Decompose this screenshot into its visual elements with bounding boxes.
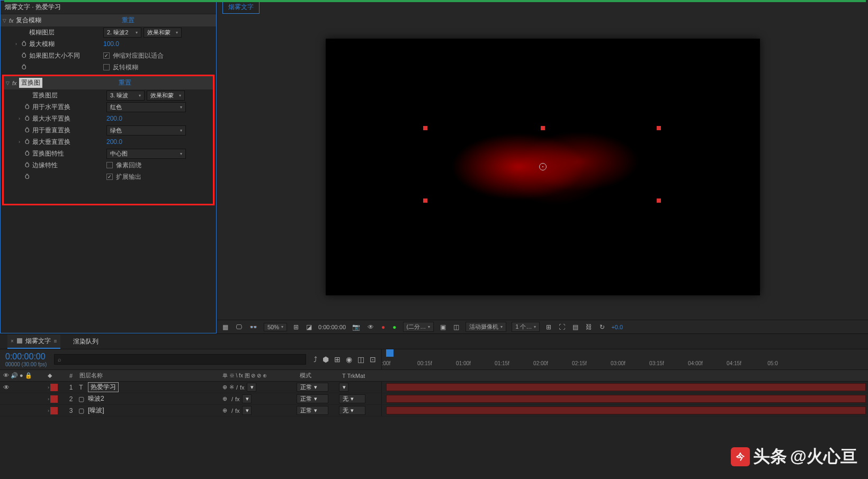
label-color[interactable] <box>50 407 58 414</box>
grid-icon[interactable]: ⊞ <box>292 323 300 331</box>
transparency-icon[interactable]: ◫ <box>452 323 460 331</box>
timeline-tab[interactable]: × 烟雾文字 ≡ <box>7 335 60 349</box>
collapse-icon[interactable]: ▽ <box>6 80 11 86</box>
mask-icon[interactable]: 👓 <box>248 323 258 331</box>
monitor-icon[interactable]: 🖵 <box>235 323 243 331</box>
stopwatch-icon[interactable]: Ŏ <box>25 162 32 168</box>
expand-icon[interactable]: › <box>48 408 49 413</box>
dropdown[interactable]: ▾ <box>247 383 256 392</box>
layer-name[interactable]: [噪波] <box>88 406 104 415</box>
effect-header[interactable]: ▽ fx 复合模糊 重置 <box>1 14 216 26</box>
dropdown[interactable]: 中心图▾ <box>106 149 186 159</box>
timeline-tab[interactable]: 渲染队列 <box>70 335 102 348</box>
layer-row[interactable]: 👁 › 1 T热爱学习 ⊕※/fx▾ 正常▾ ▾ <box>0 382 868 393</box>
color-icon[interactable]: ● <box>380 323 386 331</box>
layer-name[interactable]: 热爱学习 <box>88 382 119 392</box>
expand-icon[interactable]: › <box>48 396 49 402</box>
channels-icon[interactable]: ▦ <box>221 323 229 331</box>
selection-handle[interactable] <box>541 126 545 130</box>
effect-header[interactable]: ▽ fx 置换图 重置 <box>4 76 213 89</box>
layer-name[interactable]: 噪波2 <box>88 394 104 403</box>
stopwatch-icon[interactable]: Ŏ <box>25 115 32 122</box>
exposure-value[interactable]: +0.0 <box>611 324 623 330</box>
reset-link[interactable]: 重置 <box>119 78 131 87</box>
mode-dropdown[interactable]: 正常▾ <box>297 394 328 403</box>
checkbox[interactable]: ✓ <box>106 174 113 180</box>
selection-handle[interactable] <box>657 126 661 130</box>
value[interactable]: 200.0 <box>106 115 122 122</box>
expand-icon[interactable]: › <box>48 385 49 390</box>
comp-viewer[interactable] <box>217 14 868 320</box>
eye-icon[interactable]: 👁 <box>3 384 11 391</box>
checkbox[interactable] <box>106 162 113 168</box>
layer-row[interactable]: › 3 ▢[噪波] ⊕/fx▾ 正常▾ 无▾ <box>0 405 868 417</box>
dropdown[interactable]: ▾ <box>242 394 252 403</box>
stopwatch-icon[interactable]: Ŏ <box>25 104 32 110</box>
reset-link[interactable]: 重置 <box>122 16 135 25</box>
stopwatch-icon[interactable]: Ŏ <box>22 41 29 47</box>
tool-icon[interactable]: ⊞ <box>545 323 552 331</box>
value[interactable]: 200.0 <box>106 138 122 146</box>
label-color[interactable] <box>50 384 58 391</box>
anchor-point-icon[interactable] <box>539 163 547 170</box>
tool-icon[interactable]: ⛓ <box>585 323 593 331</box>
layer-row[interactable]: › 2 ▢噪波2 ⊕/fx▾ 正常▾ 无▾ <box>0 393 868 405</box>
layer-duration-bar[interactable] <box>386 383 866 391</box>
dropdown[interactable]: 效果和蒙▾ <box>144 28 182 38</box>
camera-dropdown[interactable]: 活动摄像机▾ <box>466 322 506 332</box>
graph-icon[interactable]: ◫ <box>357 355 364 364</box>
search-input[interactable] <box>54 354 306 365</box>
tool-icon[interactable]: ⛶ <box>558 323 566 331</box>
show-snapshot-icon[interactable]: 👁 <box>366 323 375 331</box>
close-icon[interactable]: × <box>11 338 14 344</box>
collapse-icon[interactable]: ▽ <box>3 18 8 23</box>
stopwatch-icon[interactable]: Ŏ <box>22 52 29 59</box>
shy-icon[interactable]: ⤴ <box>314 355 317 364</box>
draft-icon[interactable]: ⊡ <box>370 355 376 364</box>
views-dropdown[interactable]: 1 个…▾ <box>512 322 540 332</box>
stopwatch-icon[interactable]: Ŏ <box>22 64 29 70</box>
snapshot-icon[interactable]: 📷 <box>351 323 361 331</box>
3d-icon[interactable]: ⬢ <box>323 355 329 364</box>
selection-handle[interactable] <box>657 198 661 203</box>
current-time[interactable]: 0:00:00:00 <box>5 352 47 361</box>
stopwatch-icon[interactable]: Ŏ <box>25 127 32 133</box>
selection-handle[interactable] <box>423 126 427 130</box>
frame-blend-icon[interactable]: ⊞ <box>334 355 341 364</box>
dropdown[interactable]: ▾ <box>339 383 348 392</box>
layer-duration-bar[interactable] <box>386 395 866 403</box>
time-ruler[interactable]: :00f00:15f01:00f01:15f02:00f02:15f03:00f… <box>381 349 868 369</box>
safe-zone-icon[interactable]: ◪ <box>305 323 313 331</box>
stopwatch-icon[interactable]: Ŏ <box>25 139 32 145</box>
label-color[interactable] <box>50 395 58 403</box>
stopwatch-icon[interactable]: Ŏ <box>25 150 32 157</box>
reset-exposure-icon[interactable]: ↻ <box>598 323 606 331</box>
trkmat-dropdown[interactable]: 无▾ <box>339 406 365 415</box>
selection-handle[interactable] <box>423 198 427 203</box>
zoom-dropdown[interactable]: 50%▾ <box>264 323 287 331</box>
tool-icon[interactable]: ▤ <box>571 323 579 331</box>
work-area-bar[interactable] <box>4 0 866 2</box>
trkmat-dropdown[interactable]: 无▾ <box>339 394 365 403</box>
dropdown[interactable]: ▾ <box>242 406 252 415</box>
current-time[interactable]: 0:00:00:00 <box>318 324 346 330</box>
stopwatch-icon[interactable]: Ŏ <box>25 174 32 180</box>
mode-dropdown[interactable]: 正常▾ <box>297 383 328 392</box>
value[interactable]: 100.0 <box>103 40 119 48</box>
resolution-dropdown[interactable]: (二分…▾ <box>403 322 434 332</box>
color-icon[interactable]: ● <box>391 323 397 331</box>
comp-tab[interactable]: 烟雾文字 <box>222 1 259 14</box>
menu-icon[interactable]: ≡ <box>54 338 57 344</box>
checkbox[interactable] <box>103 64 110 70</box>
motion-blur-icon[interactable]: ◉ <box>346 355 352 364</box>
layer-duration-bar[interactable] <box>386 406 866 414</box>
mode-dropdown[interactable]: 正常▾ <box>297 406 328 415</box>
dropdown[interactable]: 红色▾ <box>106 102 186 112</box>
checkbox[interactable]: ✓ <box>103 52 110 59</box>
dropdown[interactable]: 绿色▾ <box>106 125 186 135</box>
layer-type-icon: T <box>77 384 85 391</box>
dropdown[interactable]: 2. 噪波2▾ <box>103 28 141 38</box>
dropdown[interactable]: 效果和蒙▾ <box>147 91 185 101</box>
dropdown[interactable]: 3. 噪波▾ <box>106 91 145 101</box>
region-icon[interactable]: ▣ <box>439 323 447 331</box>
